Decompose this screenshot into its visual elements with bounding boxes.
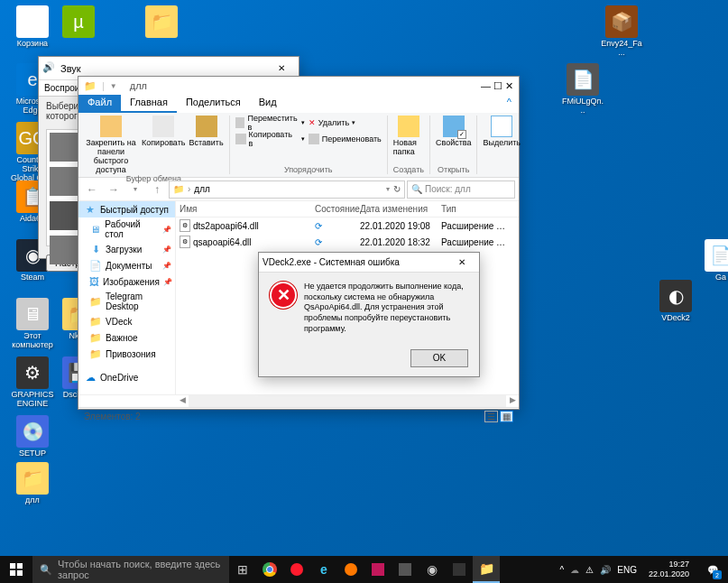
desktop-icon-folder1[interactable]: 📁 [140, 5, 183, 40]
ribbon-delete[interactable]: ✕Удалить▾ [309, 116, 382, 130]
system-tray: ^ ☁ ⚠ 🔊 ENG 19:27 22.01.2020 💬 2 [557, 556, 728, 583]
ribbon-group-organize: Упорядочить [284, 165, 333, 174]
sidebar-documents[interactable]: 📄Документы📌 [78, 257, 175, 273]
explorer-qat-title: длл [130, 80, 147, 91]
desktop-icon-graphics-engine[interactable]: ⚙GRAPHICS ENGINE [11, 356, 54, 409]
svg-rect-2 [10, 570, 15, 576]
sidebar-thispc[interactable]: 🖥Этот компьютер [78, 393, 175, 394]
taskbar-apps: ⊞ e ◉ 📁 [229, 556, 500, 583]
view-toggle-icons[interactable]: ☰▦ [484, 411, 513, 422]
address-path[interactable]: 📁 › длл ▾ ↻ [169, 180, 405, 199]
taskbar-search-input[interactable]: 🔍 Чтобы начать поиск, введите здесь запр… [32, 556, 229, 583]
explorer-qat: 📁 | ▼ длл — ☐ ✕ [78, 77, 519, 95]
sidebar-pictures[interactable]: 🖼Изображения📌 [78, 273, 175, 290]
sidebar-downloads[interactable]: ⬇Загрузки📌 [78, 241, 175, 257]
taskbar-avast[interactable] [337, 556, 364, 583]
sidebar-vdeck[interactable]: 📁VDeck [78, 313, 175, 329]
nav-up-button[interactable]: ↑ [147, 180, 167, 199]
tray-onedrive-icon[interactable]: ☁ [570, 565, 579, 575]
start-button[interactable] [0, 556, 32, 583]
nav-history-icon[interactable]: ▾ [125, 180, 145, 199]
ribbon-paste[interactable]: Вставить [189, 116, 223, 147]
nav-back-button[interactable]: ← [82, 180, 102, 199]
qat-sep: | [102, 80, 105, 91]
addressbar: ← → ▾ ↑ 📁 › длл ▾ ↻ 🔍 Поиск: длл [78, 178, 519, 201]
taskview-button[interactable]: ⊞ [229, 556, 256, 583]
svg-rect-3 [17, 570, 23, 576]
error-titlebar[interactable]: VDeck2.exe - Системная ошибка ✕ [259, 253, 479, 273]
path-folder-icon: 📁 [173, 184, 184, 194]
ribbon-rename[interactable]: Переименовать [309, 132, 382, 146]
tray-lang[interactable]: ENG [617, 565, 637, 575]
horizontal-scrollbar[interactable]: ◀ ▶ [78, 394, 519, 407]
desktop-icon-fmiulgqn[interactable]: 📄FMiULgQn... [561, 63, 604, 116]
sound-title: Звук [60, 63, 81, 74]
desktop-icon-this-pc[interactable]: 🖥Этот компьютер [11, 298, 54, 350]
sidebar-desktop[interactable]: 🖥Рабочий стол📌 [78, 217, 175, 241]
desktop-icon-dll-folder[interactable]: 📁длл [11, 462, 54, 505]
nav-forward-button[interactable]: → [104, 180, 124, 199]
ribbon-moveto[interactable]: Переместить в▾ [235, 116, 305, 130]
taskbar-edge[interactable]: e [310, 556, 337, 583]
path-dropdown-icon[interactable]: ▾ [386, 185, 390, 193]
refresh-icon[interactable]: ↻ [393, 184, 401, 194]
qat-dropdown-icon[interactable]: ▼ [110, 82, 117, 90]
taskbar-steam[interactable]: ◉ [419, 556, 446, 583]
ribbon-tabs: Файл Главная Поделиться Вид ^ [78, 95, 519, 113]
col-type[interactable]: Тип [438, 201, 510, 217]
desktop-icon-recycle-bin[interactable]: 🗑Корзина [11, 5, 54, 49]
error-close-button[interactable]: ✕ [448, 253, 475, 273]
notification-button[interactable]: 💬 2 [701, 556, 724, 583]
file-row[interactable]: ⚙qsapoapi64.dll ⟳ 22.01.2020 18:32 Расши… [176, 234, 519, 250]
desktop-icon-ga[interactable]: 📄Ga [699, 239, 728, 282]
desktop-icon-utorrent[interactable]: µ [57, 5, 100, 40]
explorer-close-button[interactable]: ✕ [505, 80, 513, 91]
explorer-maximize-button[interactable]: ☐ [493, 80, 502, 91]
col-state[interactable]: Состояние [311, 201, 356, 217]
tray-overflow-icon[interactable]: ^ [560, 565, 565, 575]
taskbar-app-gray[interactable] [392, 556, 419, 583]
tray-volume-icon[interactable]: 🔊 [600, 565, 611, 575]
sidebar-onedrive[interactable]: ☁OneDrive [78, 369, 175, 385]
taskbar-chrome[interactable] [256, 556, 283, 583]
taskbar-app-dark[interactable] [446, 556, 473, 583]
sidebar-quickaccess[interactable]: ★Быстрый доступ [78, 201, 175, 217]
explorer-search-input[interactable]: 🔍 Поиск: длл [407, 180, 515, 199]
ribbon-copy[interactable]: Копировать [142, 116, 185, 147]
ribbon: Закрепить на панели быстрого доступа Коп… [78, 113, 519, 178]
sidebar-privozonia[interactable]: 📁Привозония [78, 346, 175, 362]
sidebar-important[interactable]: 📁Важное [78, 329, 175, 346]
ribbon-pin[interactable]: Закрепить на панели быстрого доступа [84, 116, 138, 174]
ribbon-tab-home[interactable]: Главная [121, 95, 177, 113]
taskbar-opera[interactable] [283, 556, 310, 583]
desktop-icon-envy24[interactable]: 📦Envy24_Fa... [600, 5, 643, 58]
desktop-icon-setup[interactable]: 💿SETUP [11, 415, 54, 458]
col-name[interactable]: Имя [176, 201, 311, 217]
sidebar-telegram[interactable]: 📁Telegram Desktop [78, 290, 175, 313]
clock[interactable]: 19:27 22.01.2020 [643, 560, 695, 579]
ribbon-tab-share[interactable]: Поделиться [177, 95, 250, 113]
tray-network-icon[interactable]: ⚠ [585, 565, 594, 575]
error-message: Не удается продолжить выполнение кода, п… [304, 282, 468, 334]
ribbon-tab-view[interactable]: Вид [250, 95, 286, 113]
error-ok-button[interactable]: OK [410, 349, 468, 367]
ribbon-tab-file[interactable]: Файл [78, 95, 121, 113]
taskbar-explorer[interactable]: 📁 [473, 556, 500, 583]
ribbon-newfolder[interactable]: Новая папка [393, 116, 424, 156]
ribbon-properties[interactable]: ✓Свойства [436, 116, 472, 147]
file-row[interactable]: ⚙dts2apoapi64.dll ⟳ 22.01.2020 19:08 Рас… [176, 217, 519, 234]
ribbon-collapse-icon[interactable]: ^ [500, 95, 519, 113]
search-icon: 🔍 [40, 564, 52, 576]
column-headers[interactable]: Имя Состояние Дата изменения Тип [176, 201, 519, 217]
ribbon-copyto[interactable]: Копировать в▾ [235, 132, 305, 146]
col-date[interactable]: Дата изменения [356, 201, 438, 217]
folder-icon: 📁 [84, 80, 97, 92]
ribbon-select[interactable]: Выделить [483, 116, 521, 147]
explorer-sidebar: ★Быстрый доступ 🖥Рабочий стол📌 ⬇Загрузки… [78, 201, 176, 394]
desktop-icon-vdeck2[interactable]: ◐VDeck2 [654, 280, 697, 323]
taskbar-app-purple[interactable] [364, 556, 392, 583]
explorer-minimize-button[interactable]: — [481, 80, 491, 91]
ribbon-group-open: Открыть [438, 165, 469, 174]
statusbar: Элементов: 2 ☰▦ [78, 407, 519, 425]
taskbar: 🔍 Чтобы начать поиск, введите здесь запр… [0, 556, 728, 583]
